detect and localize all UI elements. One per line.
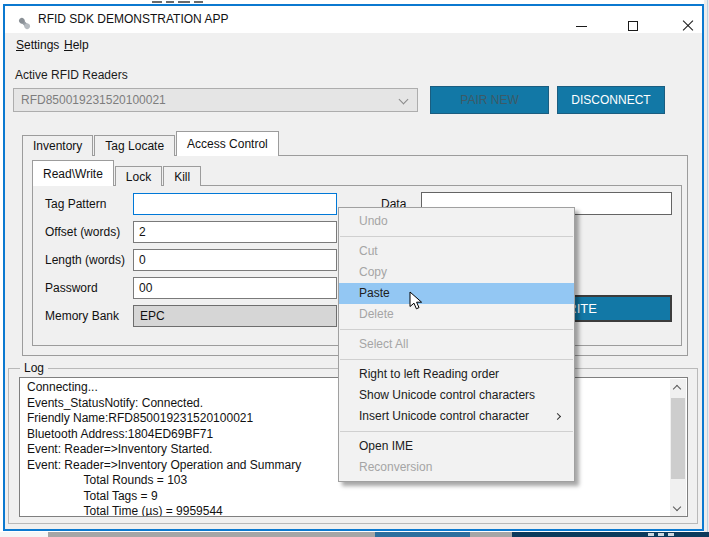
menu-separator [340,359,573,360]
subtab-kill[interactable]: Kill [163,166,201,186]
active-readers-label: Active RFID Readers [15,68,128,82]
menubar: Settings Help [5,33,702,58]
log-line: Total Time (µs) = 9959544 [27,504,301,517]
background-window-fragment-right [704,0,709,537]
subtab-read-write[interactable]: Read\Write [32,160,114,186]
chevron-up-icon [673,385,681,393]
menu-item-right-to-left-reading-order[interactable]: Right to left Reading order [339,364,574,385]
tag-pattern-input[interactable] [133,193,337,215]
menu-separator [340,329,573,330]
log-line: Total Tags = 9 [27,489,301,505]
log-line: Connecting... [27,380,301,396]
log-label: Log [20,361,48,375]
scrollbar-thumb[interactable] [671,398,685,479]
minimize-icon [576,26,587,27]
taskbar-segment [375,532,470,537]
chevron-down-icon [673,503,681,511]
chevron-down-icon [399,95,409,105]
taskbar-fragment [0,532,709,537]
menu-separator [340,236,573,237]
menu-item-open-ime[interactable]: Open IME [339,436,574,457]
mouse-cursor [409,291,423,311]
taskbar-segment [512,532,709,537]
main-tabs: InventoryTag LocateAccess Control [22,131,280,156]
tab-inventory[interactable]: Inventory [22,135,93,156]
scroll-up-icon[interactable] [670,379,686,395]
menu-item-reconversion: Reconversion [339,457,574,478]
taskbar-segment [48,532,375,537]
background-window-edge [707,0,708,532]
offset-input[interactable] [133,221,337,243]
background-text-fragment [194,1,203,3]
reader-combobox[interactable]: RFD850019231520100021 [13,88,418,112]
password-input[interactable] [133,277,337,299]
menu-item-delete: Delete [339,304,574,325]
titlebar[interactable]: RFID SDK DEMONSTRATION APP [5,6,702,33]
log-scrollbar[interactable] [670,379,686,517]
menu-item-cut: Cut [339,241,574,262]
log-line: Total Rounds = 103 [27,473,301,489]
disconnect-button[interactable]: DISCONNECT [557,86,665,114]
length-label: Length (words) [45,249,125,271]
taskbar-segment [470,532,512,537]
tag-pattern-label: Tag Pattern [45,193,106,215]
subtab-lock[interactable]: Lock [115,166,162,186]
reader-combobox-value: RFD850019231520100021 [21,93,166,107]
app-icon [17,16,32,31]
memory-bank-label: Memory Bank [45,305,119,327]
menu-item-undo: Undo [339,211,574,232]
scroll-down-icon[interactable] [670,501,686,517]
log-lines: Connecting...Events_StatusNotify: Connec… [27,380,301,517]
menu-item-select-all: Select All [339,334,574,355]
log-line: Event: Reader=>Inventory Started. [27,442,301,458]
background-text-fragment [166,1,174,3]
pair-new-button[interactable]: PAIR NEW [430,86,549,114]
menu-settings[interactable]: Settings [11,33,64,58]
screen: RFID SDK DEMONSTRATION APP Settings Help… [0,0,709,537]
taskbar-segment [658,533,664,536]
password-label: Password [45,277,98,299]
maximize-icon [628,21,638,31]
submenu-arrow-icon [554,413,561,420]
menu-help[interactable]: Help [59,33,94,58]
taskbar-segment [0,532,48,537]
memory-bank-select[interactable]: EPC [133,305,337,327]
menu-item-insert-unicode-control-character[interactable]: Insert Unicode control character [339,406,574,427]
sub-tabs: Read\WriteLockKill [32,160,202,186]
log-line: Events_StatusNotify: Connected. [27,396,301,412]
taskbar-segment [668,533,674,536]
menu-item-paste[interactable]: Paste [339,283,574,304]
offset-label: Offset (words) [45,221,120,243]
tab-tag-locate[interactable]: Tag Locate [94,135,175,156]
log-line: Friendly Name:RFD850019231520100021 [27,411,301,427]
menu-separator [340,431,573,432]
log-line: Bluetooth Address:1804ED69BF71 [27,427,301,443]
menu-item-show-unicode-control-characters[interactable]: Show Unicode control characters [339,385,574,406]
log-line: Event: Reader=>Inventory Operation and S… [27,458,301,474]
tab-access-control[interactable]: Access Control [176,131,279,156]
window-title: RFID SDK DEMONSTRATION APP [38,6,228,33]
length-input[interactable] [133,249,337,271]
background-text-fragment [152,1,162,3]
menu-item-copy: Copy [339,262,574,283]
taskbar-segment [648,533,654,536]
background-text-fragment [178,1,190,3]
context-menu: UndoCutCopyPasteDeleteSelect AllRight to… [338,207,575,482]
